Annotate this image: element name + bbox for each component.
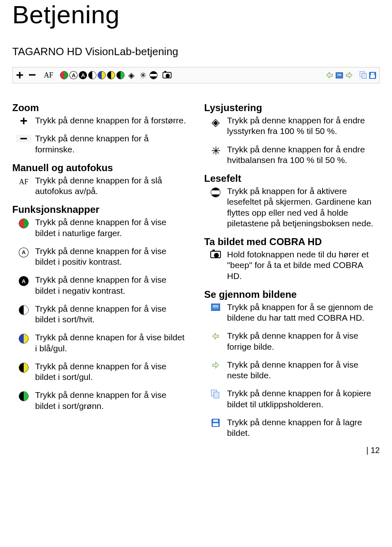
gallery-icon xyxy=(211,304,220,311)
negative-contrast-icon: A xyxy=(19,276,29,286)
brightness-desc: Trykk på denne knappen for å endre lysst… xyxy=(227,115,380,137)
focus-heading: Manuell og autofokus xyxy=(12,162,188,174)
browse-heading: Se gjennom bildene xyxy=(204,289,380,300)
toolbar-left: + − AF A A ◈ ✳ xyxy=(16,70,172,80)
save-icon xyxy=(212,419,220,427)
blackgreen-desc: Trykk på denne knappen for å vise bildet… xyxy=(35,390,188,411)
blueyellow-desc: Trykk på denne knapen for å vise bildet … xyxy=(35,332,188,354)
page-number: | 12 xyxy=(204,446,380,455)
negative-desc: Trykk på denne knappen for å vise bildet… xyxy=(35,275,188,296)
toolbar: + − AF A A ◈ ✳ xyxy=(12,67,380,83)
positive-contrast-icon[interactable]: A xyxy=(69,71,78,79)
next-image-icon[interactable] xyxy=(344,71,354,79)
copy-icon[interactable] xyxy=(360,71,368,79)
whitebalance-desc: Trykk på denne knappen for å endre hvitb… xyxy=(227,144,380,166)
func-heading: Funksjonsknapper xyxy=(12,204,188,215)
capture-heading: Ta bildet med COBRA HD xyxy=(204,236,380,248)
zoom-in-desc: Trykk på denne knappen for å forstørre. xyxy=(35,115,188,126)
blue-yellow-icon[interactable] xyxy=(98,71,106,79)
next-desc: Trykk på denne knappen for å vise neste … xyxy=(227,359,380,381)
camera-icon[interactable] xyxy=(163,72,172,78)
zoom-out-desc: Trykk på denne knappen for å forminske. xyxy=(35,133,188,155)
readfield-heading: Lesefelt xyxy=(204,173,380,184)
light-heading: Lysjustering xyxy=(204,102,380,114)
autofocus-icon: AF xyxy=(18,177,29,187)
blue-yellow-icon xyxy=(19,334,29,344)
brightness-icon: ◈ xyxy=(210,117,221,127)
blackyellow-desc: Trykk på denne knappen for å vise bildet… xyxy=(35,361,188,383)
readfield-icon[interactable] xyxy=(149,71,158,79)
zoom-out-icon[interactable]: − xyxy=(29,71,36,79)
bw-desc: Trykk på denne knappen for å vise bildet… xyxy=(35,304,188,325)
bw-icon[interactable] xyxy=(88,71,96,79)
bw-icon xyxy=(19,305,29,315)
natural-color-icon[interactable] xyxy=(60,71,68,79)
black-green-icon xyxy=(19,391,29,401)
capture-desc: Hold fotoknappen nede til du hører et "b… xyxy=(227,249,380,281)
whitebalance-icon[interactable]: ✳ xyxy=(138,70,148,80)
readfield-desc: Trykk på knappen for å aktivere lesefelt… xyxy=(227,186,380,229)
readfield-icon xyxy=(211,188,220,197)
camera-icon xyxy=(210,251,221,258)
left-column: Zoom + Trykk på denne knappen for å fors… xyxy=(12,102,188,455)
autofocus-desc: Trykk på denne knappen for å slå autofok… xyxy=(35,175,188,197)
brightness-icon[interactable]: ◈ xyxy=(126,70,136,80)
black-green-icon[interactable] xyxy=(116,71,125,79)
copy-desc: Trykk på denne knappen for å kopiere bil… xyxy=(227,388,380,410)
next-image-icon xyxy=(211,361,220,369)
save-desc: Trykk på denne knappen for å lagre bilde… xyxy=(227,417,380,439)
zoom-in-icon[interactable]: + xyxy=(16,71,24,79)
prev-image-icon[interactable] xyxy=(325,71,334,79)
gallery-icon[interactable] xyxy=(336,72,343,78)
subtitle: TAGARNO HD VisionLab-betjening xyxy=(12,45,380,58)
right-column: Lysjustering ◈ Trykk på denne knappen fo… xyxy=(204,102,380,455)
positive-contrast-icon: A xyxy=(19,248,29,257)
positive-desc: Trykk på denne knappen for å vise bildet… xyxy=(35,246,188,268)
toolbar-right xyxy=(325,71,376,80)
prev-image-icon xyxy=(211,332,220,340)
prev-desc: Trykk på denne knappen for å vise forrig… xyxy=(227,330,380,352)
zoom-heading: Zoom xyxy=(12,102,188,114)
autofocus-icon[interactable]: AF xyxy=(42,70,54,80)
black-yellow-icon[interactable] xyxy=(107,71,115,79)
negative-contrast-icon[interactable]: A xyxy=(79,71,87,79)
gallery-desc: Trykk på knappen for å se gjennom de bil… xyxy=(227,302,380,324)
copy-icon xyxy=(211,390,220,399)
zoom-in-icon: + xyxy=(20,117,28,125)
whitebalance-icon: ✳ xyxy=(210,146,221,156)
page-title: Betjening xyxy=(12,0,380,29)
natural-desc: Trykk på denne knappen for å vise bildet… xyxy=(35,217,188,239)
natural-color-icon xyxy=(19,219,29,228)
save-icon[interactable] xyxy=(369,72,376,79)
black-yellow-icon xyxy=(19,363,29,373)
zoom-out-icon: − xyxy=(16,135,32,143)
